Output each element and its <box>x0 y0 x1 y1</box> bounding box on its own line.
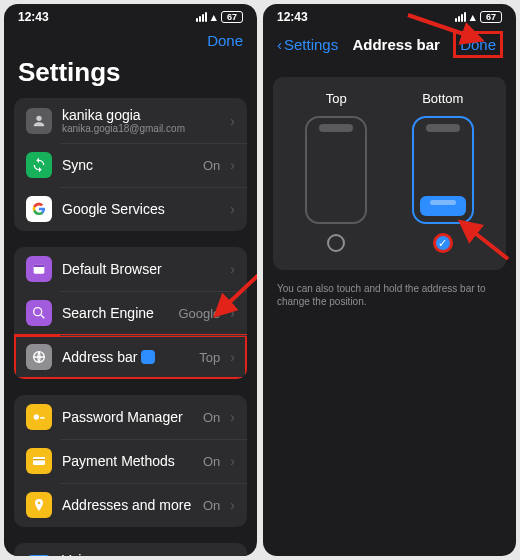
battery-indicator: 67 <box>480 11 502 23</box>
phone-address-bar: 12:43 ▴ 67 ‹ Settings Address bar Done T… <box>263 4 516 556</box>
address-bar-options: Top Bottom ✓ <box>273 77 506 270</box>
wifi-icon: ▴ <box>211 11 217 24</box>
payment-methods-label: Payment Methods <box>62 453 193 469</box>
chevron-icon: › <box>230 453 235 469</box>
password-manager-value: On <box>203 410 220 425</box>
mock-bottom-preview <box>412 116 474 224</box>
svg-point-0 <box>36 115 41 120</box>
sync-label: Sync <box>62 157 193 173</box>
sync-value: On <box>203 158 220 173</box>
chevron-icon: › <box>230 201 235 217</box>
voice-search-label: Voice Search <box>62 552 127 556</box>
globe-icon <box>26 344 52 370</box>
group-advanced: Voice Search English (India) › Safety Ch… <box>14 543 247 556</box>
battery-indicator: 67 <box>221 11 243 23</box>
page-title: Address bar <box>352 36 440 53</box>
status-bar: 12:43 ▴ 67 <box>263 4 516 28</box>
phone-settings: 12:43 ▴ 67 Done Settings kanika gogia ka… <box>4 4 257 556</box>
default-browser-icon <box>26 256 52 282</box>
page-title: Settings <box>4 57 257 98</box>
google-services-label: Google Services <box>62 201 220 217</box>
svg-rect-2 <box>34 264 45 267</box>
radio-checked-icon[interactable]: ✓ <box>434 234 452 252</box>
account-label: kanika gogia kanika.gogia18@gmail.com <box>62 107 220 134</box>
chevron-icon: › <box>230 157 235 173</box>
radio-unchecked-icon[interactable] <box>327 234 345 252</box>
back-button[interactable]: ‹ Settings <box>277 36 338 53</box>
status-time: 12:43 <box>277 10 308 24</box>
chevron-icon: › <box>230 409 235 425</box>
row-payment-methods[interactable]: Payment Methods On › <box>14 439 247 483</box>
mock-top-preview <box>305 116 367 224</box>
search-icon <box>26 300 52 326</box>
chevron-icon: › <box>230 349 235 365</box>
default-browser-label: Default Browser <box>62 261 220 277</box>
row-address-bar[interactable]: Address bar Top › <box>14 335 247 379</box>
google-icon <box>26 196 52 222</box>
svg-rect-6 <box>33 457 45 465</box>
row-default-browser[interactable]: Default Browser › <box>14 247 247 291</box>
addresses-value: On <box>203 498 220 513</box>
signal-icon <box>196 12 207 22</box>
row-google-services[interactable]: Google Services › <box>14 187 247 231</box>
wifi-icon: ▴ <box>470 11 476 24</box>
row-password-manager[interactable]: Password Manager On › <box>14 395 247 439</box>
nav-row: ‹ Settings Address bar Done <box>263 28 516 65</box>
option-top-label: Top <box>326 91 347 106</box>
done-button[interactable]: Done <box>454 32 502 57</box>
signal-icon <box>455 12 466 22</box>
pin-icon <box>26 492 52 518</box>
status-time: 12:43 <box>18 10 49 24</box>
card-icon <box>26 448 52 474</box>
search-engine-value: Google <box>178 306 220 321</box>
svg-point-3 <box>34 308 42 316</box>
svg-rect-7 <box>33 459 45 460</box>
key-icon <box>26 404 52 430</box>
option-top[interactable]: Top <box>305 91 367 252</box>
sync-icon <box>26 152 52 178</box>
address-bar-label: Address bar <box>62 349 189 365</box>
group-account: kanika gogia kanika.gogia18@gmail.com › … <box>14 98 247 231</box>
chevron-icon: › <box>230 305 235 321</box>
nav-row: Done <box>4 28 257 57</box>
option-bottom-label: Bottom <box>422 91 463 106</box>
row-sync[interactable]: Sync On › <box>14 143 247 187</box>
row-addresses[interactable]: Addresses and more On › <box>14 483 247 527</box>
chevron-icon: › <box>230 113 235 129</box>
password-manager-label: Password Manager <box>62 409 193 425</box>
address-bar-value: Top <box>199 350 220 365</box>
user-icon <box>26 108 52 134</box>
status-right: ▴ 67 <box>455 11 502 24</box>
hint-text: You can also touch and hold the address … <box>263 282 516 308</box>
row-voice-search[interactable]: Voice Search English (India) › <box>14 543 247 556</box>
chevron-icon: › <box>230 261 235 277</box>
chevron-icon: › <box>230 497 235 513</box>
svg-point-5 <box>34 414 39 419</box>
new-badge-icon <box>141 350 155 364</box>
payment-methods-value: On <box>203 454 220 469</box>
search-engine-label: Search Engine <box>62 305 168 321</box>
addresses-label: Addresses and more <box>62 497 193 513</box>
option-bottom[interactable]: Bottom ✓ <box>412 91 474 252</box>
group-autofill: Password Manager On › Payment Methods On… <box>14 395 247 527</box>
group-browser: Default Browser › Search Engine Google ›… <box>14 247 247 379</box>
done-button[interactable]: Done <box>207 32 243 49</box>
mic-icon <box>26 555 52 556</box>
row-search-engine[interactable]: Search Engine Google › <box>14 291 247 335</box>
row-account[interactable]: kanika gogia kanika.gogia18@gmail.com › <box>14 98 247 143</box>
status-right: ▴ 67 <box>196 11 243 24</box>
status-bar: 12:43 ▴ 67 <box>4 4 257 28</box>
